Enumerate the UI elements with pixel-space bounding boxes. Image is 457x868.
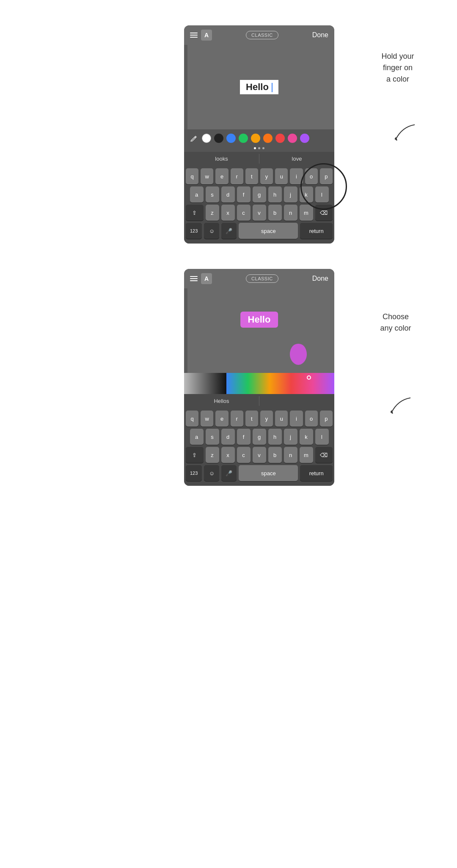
key-j[interactable]: j — [284, 186, 297, 203]
key-w2[interactable]: w — [201, 411, 213, 427]
key-w[interactable]: w — [201, 168, 213, 184]
done-button-2[interactable]: Done — [312, 275, 328, 282]
key-m[interactable]: m — [300, 205, 313, 221]
key-z2[interactable]: z — [206, 447, 219, 463]
key-y2[interactable]: y — [260, 411, 273, 427]
key-l[interactable]: l — [315, 186, 329, 203]
key-z[interactable]: z — [206, 205, 219, 221]
spectrum-selector[interactable] — [307, 375, 311, 380]
hello-text-pink[interactable]: Hello — [240, 312, 278, 328]
key-x[interactable]: x — [221, 205, 235, 221]
color-dot-black[interactable] — [214, 134, 223, 143]
key-row-zxcv: ⇧ z x c v b n m ⌫ — [186, 205, 333, 221]
key-e[interactable]: e — [215, 168, 228, 184]
autocomplete-empty-1[interactable] — [259, 396, 334, 406]
key-y[interactable]: y — [260, 168, 273, 184]
key-j2[interactable]: j — [284, 429, 297, 445]
hello-text-classic[interactable]: Hello — [240, 80, 278, 94]
key-a[interactable]: a — [190, 186, 204, 203]
key-o[interactable]: o — [305, 168, 318, 184]
classic-badge-2[interactable]: CLASSIC — [246, 274, 278, 283]
key-q2[interactable]: q — [186, 411, 198, 427]
key-s[interactable]: s — [206, 186, 219, 203]
key-emoji-2[interactable]: ☺ — [204, 465, 219, 481]
key-f2[interactable]: f — [237, 429, 251, 445]
font-a-button[interactable]: A — [201, 30, 212, 41]
key-e2[interactable]: e — [215, 411, 228, 427]
autocomplete-bar-2: Hellos — [184, 394, 334, 408]
key-numbers[interactable]: 123 — [186, 223, 202, 239]
pencil-icon[interactable] — [189, 134, 198, 143]
color-dot-green[interactable] — [239, 134, 248, 143]
color-dot-pink[interactable] — [288, 134, 297, 143]
key-h2[interactable]: h — [268, 429, 282, 445]
key-space[interactable]: space — [239, 223, 298, 239]
key-o2[interactable]: o — [305, 411, 318, 427]
key-i[interactable]: i — [290, 168, 303, 184]
key-t[interactable]: t — [245, 168, 258, 184]
hamburger-icon[interactable] — [190, 33, 198, 38]
color-dot-white[interactable] — [202, 134, 211, 143]
key-p2[interactable]: p — [320, 411, 333, 427]
key-q[interactable]: q — [186, 168, 198, 184]
color-dot-yellow[interactable] — [251, 134, 260, 143]
key-return[interactable]: return — [300, 223, 333, 239]
key-p[interactable]: p — [320, 168, 333, 184]
key-shift[interactable]: ⇧ — [186, 205, 204, 221]
key-v[interactable]: v — [253, 205, 266, 221]
key-g[interactable]: g — [253, 186, 266, 203]
key-m2[interactable]: m — [300, 447, 313, 463]
color-dot-purple[interactable] — [300, 134, 309, 143]
key-u[interactable]: u — [275, 168, 288, 184]
key-g2[interactable]: g — [253, 429, 266, 445]
done-button-1[interactable]: Done — [312, 31, 328, 39]
key-b2[interactable]: b — [268, 447, 282, 463]
key-return-2[interactable]: return — [300, 465, 333, 481]
key-c[interactable]: c — [237, 205, 251, 221]
key-x2[interactable]: x — [221, 447, 235, 463]
autocomplete-hellos[interactable]: Hellos — [184, 396, 259, 406]
key-r[interactable]: r — [231, 168, 243, 184]
key-v2[interactable]: v — [253, 447, 266, 463]
key-delete[interactable]: ⌫ — [315, 205, 333, 221]
color-dot-red[interactable] — [275, 134, 285, 143]
autocomplete-love[interactable]: love — [259, 154, 334, 164]
key-n2[interactable]: n — [284, 447, 297, 463]
color-dot-blue[interactable] — [226, 134, 236, 143]
key-b[interactable]: b — [268, 205, 282, 221]
key-mic[interactable]: 🎤 — [221, 223, 237, 239]
key-u2[interactable]: u — [275, 411, 288, 427]
classic-badge-1[interactable]: CLASSIC — [246, 31, 278, 39]
font-a-button-2[interactable]: A — [201, 273, 212, 284]
key-c2[interactable]: c — [237, 447, 251, 463]
key-f[interactable]: f — [237, 186, 251, 203]
key-k[interactable]: k — [300, 186, 313, 203]
color-dot-orange[interactable] — [263, 134, 273, 143]
top-bar-left-1: A — [190, 30, 212, 41]
key-delete-2[interactable]: ⌫ — [315, 447, 333, 463]
key-numbers-2[interactable]: 123 — [186, 465, 202, 481]
key-a2[interactable]: a — [190, 429, 204, 445]
autocomplete-looks[interactable]: looks — [184, 154, 259, 164]
key-i2[interactable]: i — [290, 411, 303, 427]
key-row-qwerty: q w e r t y u i o p — [186, 168, 333, 184]
dot-ind-3 — [262, 147, 264, 149]
key-emoji[interactable]: ☺ — [204, 223, 219, 239]
key-k2[interactable]: k — [300, 429, 313, 445]
key-row-asdf: a s d f g h j k l — [186, 186, 333, 203]
key-d2[interactable]: d — [221, 429, 235, 445]
key-l2[interactable]: l — [315, 429, 329, 445]
keyboard-1: q w e r t y u i o p a s d f g h j k l — [184, 166, 334, 244]
hamburger-icon-2[interactable] — [190, 276, 198, 281]
key-r2[interactable]: r — [231, 411, 243, 427]
key-t2[interactable]: t — [245, 411, 258, 427]
key-shift-2[interactable]: ⇧ — [186, 447, 204, 463]
purple-drop — [288, 342, 309, 369]
key-h[interactable]: h — [268, 186, 282, 203]
key-space-2[interactable]: space — [239, 465, 298, 481]
key-mic-2[interactable]: 🎤 — [221, 465, 237, 481]
color-picker-panel — [184, 373, 334, 394]
key-s2[interactable]: s — [206, 429, 219, 445]
key-n[interactable]: n — [284, 205, 297, 221]
key-d[interactable]: d — [221, 186, 235, 203]
